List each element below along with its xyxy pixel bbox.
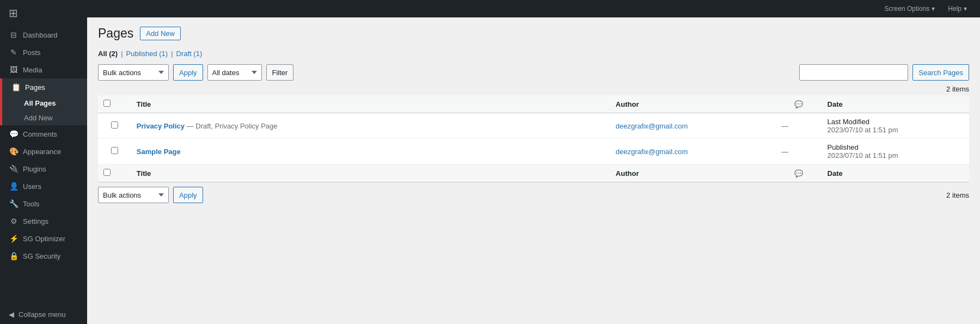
row1-comments-cell: — <box>776 113 822 139</box>
table-row: Privacy Policy — Draft, Privacy Policy P… <box>98 113 969 139</box>
tools-icon: 🔧 <box>9 199 19 208</box>
row2-checkbox[interactable] <box>111 147 118 154</box>
bulk-actions-select-top[interactable]: Bulk actions <box>98 64 169 81</box>
wp-logo-icon: ⊞ <box>9 7 18 20</box>
row1-date-cell: Last Modified 2023/07/10 at 1:51 pm <box>822 113 969 139</box>
col-title-footer[interactable]: Title <box>131 164 610 182</box>
wp-logo[interactable]: ⊞ <box>0 0 87 26</box>
row1-author-link[interactable]: deezgrafix@gmail.com <box>616 122 688 130</box>
sidebar-sub-add-new[interactable]: Add New <box>2 111 87 125</box>
screen-options-chevron: ▾ <box>932 5 935 13</box>
sidebar-item-tools[interactable]: 🔧 Tools <box>0 195 87 212</box>
users-icon: 👤 <box>9 182 19 191</box>
row2-title-cell: Sample Page <box>131 139 610 164</box>
toolbar-top: Bulk actions Apply All dates Filter Sear… <box>98 64 969 81</box>
pages-icon: 📋 <box>11 83 21 91</box>
admin-topbar: Screen Options ▾ Help ▾ <box>87 0 980 17</box>
sidebar-item-pages-group: 📋 Pages All Pages Add New <box>0 78 87 125</box>
add-new-label: Add New <box>24 114 53 122</box>
items-count-top: 2 items <box>98 85 969 93</box>
comment-bubble-icon: 💬 <box>794 100 803 108</box>
col-date-footer[interactable]: Date <box>822 164 969 182</box>
sidebar-item-settings[interactable]: ⚙ Settings <box>0 212 87 230</box>
sidebar-item-label: Pages <box>25 83 45 91</box>
row1-title-link[interactable]: Privacy Policy <box>137 122 187 130</box>
select-all-checkbox-top[interactable] <box>103 100 111 107</box>
filter-sep-1: | <box>121 50 122 58</box>
sidebar-item-appearance[interactable]: 🎨 Appearance <box>0 143 87 160</box>
comment-bubble-icon-bottom: 💬 <box>794 169 803 178</box>
sidebar-item-label: Appearance <box>23 148 61 156</box>
select-all-checkbox-bottom[interactable] <box>103 169 111 176</box>
screen-options-button[interactable]: Screen Options ▾ <box>880 3 940 15</box>
filter-button[interactable]: Filter <box>266 64 294 81</box>
filter-all[interactable]: All (2) <box>98 50 118 58</box>
apply-button-top[interactable]: Apply <box>173 64 203 81</box>
content-area: Pages Add New All (2) | Published (1) | … <box>87 17 980 324</box>
col-comments-footer: 💬 <box>776 164 822 182</box>
row1-checkbox-cell <box>98 113 131 139</box>
sidebar-item-label: Comments <box>23 130 57 138</box>
filter-sep-2: | <box>171 50 173 58</box>
sidebar-item-users[interactable]: 👤 Users <box>0 178 87 195</box>
items-count-bottom: 2 items <box>946 191 969 199</box>
filter-links: All (2) | Published (1) | Draft (1) <box>98 50 969 58</box>
col-author-footer: Author <box>610 164 776 182</box>
toolbar-right: Search Pages <box>799 64 969 81</box>
sidebar-item-label: Dashboard <box>23 31 58 39</box>
table-header-row: Title Author 💬 Date <box>98 95 969 113</box>
row2-date-cell: Published 2023/07/10 at 1:51 pm <box>822 139 969 164</box>
sidebar-item-label: Tools <box>23 200 39 208</box>
col-date-header[interactable]: Date <box>822 95 969 113</box>
all-pages-label: All Pages <box>24 99 56 107</box>
help-button[interactable]: Help ▾ <box>944 3 971 15</box>
sidebar-item-media[interactable]: 🖼 Media <box>0 61 87 78</box>
toolbar-right-bottom: 2 items <box>946 191 969 199</box>
comments-icon: 💬 <box>9 130 19 138</box>
sidebar-item-label: Settings <box>23 217 48 225</box>
all-dates-select[interactable]: All dates <box>207 64 262 81</box>
sidebar-item-sg-security[interactable]: 🔒 SG Security <box>0 247 87 265</box>
row2-comments-cell: — <box>776 139 822 164</box>
collapse-menu-button[interactable]: ◀ Collapse menu <box>0 305 87 324</box>
sidebar-item-label: Plugins <box>23 165 46 173</box>
bulk-actions-select-bottom[interactable]: Bulk actions <box>98 187 169 203</box>
help-chevron: ▾ <box>964 5 967 13</box>
screen-options-label: Screen Options <box>885 5 930 13</box>
sidebar-item-label: Posts <box>23 48 41 57</box>
row2-author-cell: deezgrafix@gmail.com <box>610 139 776 164</box>
sg-security-icon: 🔒 <box>9 252 19 260</box>
sidebar-item-posts[interactable]: ✎ Posts <box>0 44 87 61</box>
sidebar-item-plugins[interactable]: 🔌 Plugins <box>0 160 87 178</box>
sidebar: ⊞ ⊟ Dashboard ✎ Posts 🖼 Media 📋 Pages Al… <box>0 0 87 324</box>
search-pages-button[interactable]: Search Pages <box>912 64 969 81</box>
col-title-header[interactable]: Title <box>131 95 610 113</box>
filter-published[interactable]: Published (1) <box>126 50 168 58</box>
search-input[interactable] <box>799 64 908 81</box>
col-checkbox <box>98 95 131 113</box>
collapse-label: Collapse menu <box>19 310 66 319</box>
filter-draft[interactable]: Draft (1) <box>176 50 203 58</box>
sidebar-item-pages[interactable]: 📋 Pages <box>2 78 87 96</box>
apply-button-bottom[interactable]: Apply <box>173 187 203 203</box>
plugins-icon: 🔌 <box>9 164 19 173</box>
media-icon: 🖼 <box>9 65 19 74</box>
sidebar-item-comments[interactable]: 💬 Comments <box>0 125 87 143</box>
row2-author-link[interactable]: deezgrafix@gmail.com <box>616 148 688 156</box>
sidebar-item-label: SG Security <box>23 252 60 260</box>
sidebar-sub-all-pages[interactable]: All Pages <box>2 96 87 111</box>
row2-title-link[interactable]: Sample Page <box>137 148 181 156</box>
help-label: Help <box>948 5 961 13</box>
row1-checkbox[interactable] <box>111 121 118 129</box>
sidebar-item-label: SG Optimizer <box>23 235 65 243</box>
settings-icon: ⚙ <box>9 217 19 225</box>
main-content: Screen Options ▾ Help ▾ Pages Add New Al… <box>87 0 980 324</box>
row1-title-cell: Privacy Policy — Draft, Privacy Policy P… <box>131 113 610 139</box>
sg-optimizer-icon: ⚡ <box>9 234 19 243</box>
add-new-button[interactable]: Add New <box>140 27 181 40</box>
sidebar-item-dashboard[interactable]: ⊟ Dashboard <box>0 26 87 44</box>
page-title: Pages <box>98 26 133 41</box>
sidebar-item-sg-optimizer[interactable]: ⚡ SG Optimizer <box>0 230 87 247</box>
sidebar-item-label: Users <box>23 182 41 191</box>
row1-author-cell: deezgrafix@gmail.com <box>610 113 776 139</box>
